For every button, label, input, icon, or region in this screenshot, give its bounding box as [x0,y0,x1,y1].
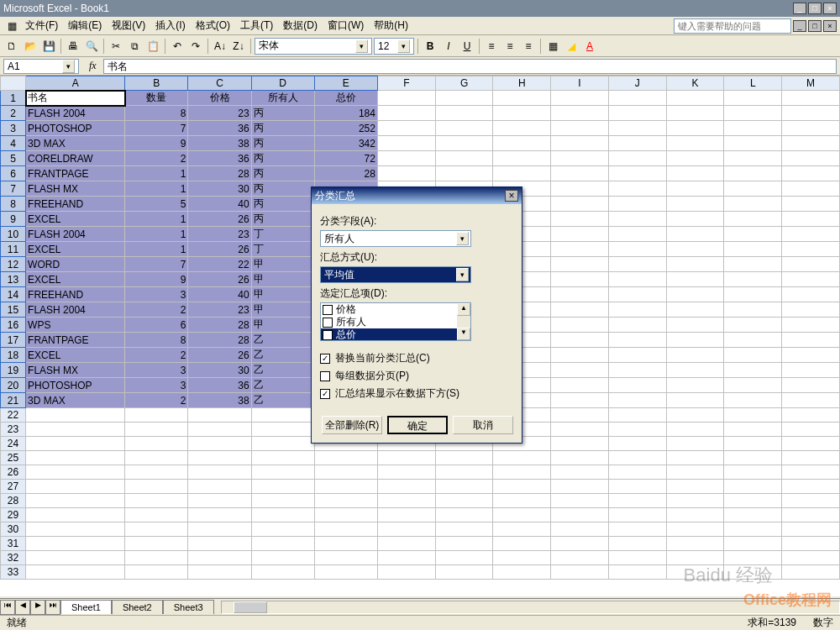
row-header[interactable]: 17 [1,333,26,348]
remove-all-button[interactable]: 全部删除(R) [322,416,382,434]
cell[interactable]: FLASH MX [26,181,125,197]
close-button[interactable]: × [823,3,837,14]
cell[interactable]: 2 [125,302,188,318]
cell[interactable] [666,151,724,166]
cell[interactable] [493,91,551,106]
cell[interactable] [493,565,551,580]
cell[interactable] [125,465,188,480]
row-header[interactable]: 20 [1,378,26,393]
cell[interactable]: 3D MAX [26,136,125,151]
cell[interactable] [608,537,666,551]
cell[interactable] [608,378,666,393]
cell[interactable] [188,565,251,580]
cell[interactable] [666,522,724,537]
maximize-button[interactable]: □ [808,3,822,14]
cell[interactable]: 40 [188,197,251,212]
cell[interactable] [666,318,724,333]
menu-item[interactable]: 窗口(W) [323,18,369,33]
row-header[interactable]: 5 [1,151,26,166]
horizontal-scrollbar[interactable] [221,601,840,614]
row-header[interactable]: 29 [1,508,26,522]
cell[interactable]: 40 [188,287,251,302]
cell[interactable] [188,537,251,551]
row-header[interactable]: 1 [1,91,26,106]
cell[interactable]: WORD [26,257,125,272]
cell[interactable]: 丙 [251,197,314,212]
cell[interactable] [666,106,724,121]
cell[interactable]: FRANTPAGE [26,333,125,348]
row-header[interactable]: 14 [1,287,26,302]
cell[interactable] [666,212,724,227]
row-header[interactable]: 26 [1,465,26,480]
cell[interactable] [782,166,840,181]
cell[interactable] [251,508,314,522]
cell[interactable] [782,121,840,136]
menu-item[interactable]: 插入(I) [150,18,190,33]
cell[interactable] [782,480,840,494]
sheet-tab[interactable]: Sheet2 [112,600,163,614]
cell[interactable] [782,565,840,580]
cell[interactable] [26,522,125,537]
tab-first-icon[interactable]: ⏮ [0,600,15,615]
paste-icon[interactable]: 📋 [144,38,161,55]
cell[interactable] [666,348,724,363]
cell[interactable]: FLASH 2004 [26,227,125,242]
cell[interactable] [551,423,609,437]
cell[interactable] [26,494,125,508]
cell[interactable]: PHOTOSHOP [26,121,125,136]
cell[interactable]: PHOTOSHOP [26,378,125,393]
cell[interactable]: 书名 [26,91,125,106]
cell[interactable]: 丙 [251,136,314,151]
cell[interactable] [493,106,551,121]
column-header[interactable]: G [435,76,493,91]
cell[interactable]: EXCEL [26,348,125,363]
cell[interactable]: 3 [125,378,188,393]
cell[interactable] [435,508,493,522]
row-header[interactable]: 27 [1,480,26,494]
font-color-icon[interactable]: A [581,38,598,55]
row-header[interactable]: 13 [1,272,26,287]
sheet-tab[interactable]: Sheet1 [60,600,112,614]
scroll-up-icon[interactable]: ▲ [457,303,470,316]
row-header[interactable]: 28 [1,494,26,508]
cell[interactable] [666,465,724,480]
cell[interactable] [608,348,666,363]
cell[interactable]: 1 [125,212,188,227]
cell[interactable] [782,257,840,272]
cell[interactable] [608,197,666,212]
select-all-corner[interactable] [1,76,26,91]
cell[interactable]: 36 [188,151,251,166]
cell[interactable] [377,121,435,136]
cell[interactable] [724,437,782,451]
cell[interactable]: 9 [125,136,188,151]
cell[interactable]: 23 [188,227,251,242]
cell[interactable] [724,318,782,333]
cell[interactable] [26,437,125,451]
cell[interactable]: 乙 [251,378,314,393]
cell[interactable] [125,437,188,451]
cell[interactable] [26,465,125,480]
cell[interactable] [608,451,666,465]
cell[interactable] [666,393,724,408]
cell[interactable] [782,551,840,565]
column-header[interactable]: A [26,76,125,91]
cell[interactable] [666,423,724,437]
items-listbox[interactable]: 价格 所有人 ✓ 总价 ▲ ▼ [320,302,471,341]
cell[interactable]: 价格 [188,91,251,106]
bold-icon[interactable]: B [422,38,438,55]
cell[interactable]: EXCEL [26,272,125,287]
menu-item[interactable]: 编辑(E) [63,18,107,33]
cell[interactable]: CORELDRAW [26,151,125,166]
cell[interactable]: FLASH 2004 [26,106,125,121]
font-size-select[interactable]: 12▾ [374,38,414,55]
dialog-close-button[interactable]: × [505,190,518,202]
cell[interactable] [551,537,609,551]
cell[interactable] [188,408,251,423]
cell[interactable] [782,272,840,287]
cell[interactable] [493,465,551,480]
row-header[interactable]: 11 [1,242,26,257]
column-header[interactable]: C [188,76,251,91]
cell[interactable] [435,537,493,551]
cell[interactable]: 丙 [251,121,314,136]
cell[interactable] [435,166,493,181]
